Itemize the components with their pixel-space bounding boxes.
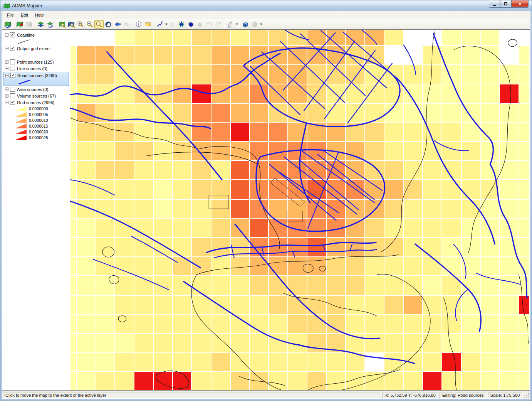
layers-arrow-icon xyxy=(47,21,54,28)
status-scale: Scale: 1:75,500 xyxy=(488,392,522,399)
expand-icon[interactable]: + xyxy=(5,94,8,98)
title-bar[interactable]: ADMS Mapper × xyxy=(0,0,532,11)
snap-points-button[interactable] xyxy=(177,20,186,29)
legend-value: 0.0000025 xyxy=(29,135,48,140)
redraw-map-button[interactable] xyxy=(3,20,12,29)
layer-checkbox[interactable]: ✓ xyxy=(10,46,15,51)
pan-button[interactable] xyxy=(104,20,113,29)
layer-label: Volume sources (67) xyxy=(17,94,56,98)
legend-swatch-icon xyxy=(15,118,27,123)
polyline-icon xyxy=(156,21,163,28)
legend-value: 0.0000010 xyxy=(29,118,48,123)
layer-label: Output grid extent xyxy=(17,46,50,51)
legend-value: 0.0000000 xyxy=(29,106,48,111)
map-x-icon xyxy=(25,21,32,28)
view-globe-button[interactable] xyxy=(250,20,259,29)
collapse-icon[interactable]: − xyxy=(5,47,8,50)
collapse-icon[interactable]: − xyxy=(5,101,8,104)
layer-style-sample xyxy=(3,38,70,45)
status-hint: Click to move the map to the extent of t… xyxy=(3,392,380,399)
collapse-icon[interactable]: − xyxy=(5,33,8,37)
collapse-icon[interactable]: − xyxy=(5,74,9,77)
expand-icon[interactable]: + xyxy=(5,88,8,91)
reload-layers-button[interactable] xyxy=(45,20,55,29)
zoom-box-button[interactable] xyxy=(94,20,104,29)
close-icon: × xyxy=(519,2,522,7)
previous-view-button[interactable] xyxy=(113,20,122,29)
layer-item-volume-sources-67[interactable]: +Volume sources (67) xyxy=(3,93,70,99)
layer-checkbox[interactable] xyxy=(10,93,15,98)
blob-icon xyxy=(187,21,194,28)
toolbar-separator xyxy=(35,20,35,28)
contour-icon xyxy=(227,21,234,28)
layer-checkbox[interactable] xyxy=(10,59,15,64)
layer-item-line-sources-0[interactable]: +Line sources (0) xyxy=(3,65,70,72)
measure-button[interactable]: 1 xyxy=(143,20,153,29)
redo-icon xyxy=(215,21,222,28)
redo-button[interactable] xyxy=(214,20,223,29)
minimize-icon xyxy=(493,5,496,6)
draw-line-button[interactable] xyxy=(155,20,164,29)
toolbar-separator xyxy=(224,20,225,28)
contour-options-button[interactable] xyxy=(226,20,235,29)
menu-item-help[interactable]: Help xyxy=(32,12,47,19)
layer-item-coastline[interactable]: −✓Coastline xyxy=(3,32,70,38)
toolbar-separator xyxy=(56,20,56,28)
arrow-right-icon xyxy=(123,21,130,28)
mag-plus-icon xyxy=(77,21,84,28)
arrow-left-icon xyxy=(114,21,121,28)
info-icon: i xyxy=(135,21,142,28)
expand-icon[interactable]: + xyxy=(5,60,8,64)
layer-item-area-sources-0[interactable]: +Area sources (0) xyxy=(3,86,70,93)
layer-checkbox[interactable]: ✓ xyxy=(10,32,15,37)
next-view-button[interactable] xyxy=(122,20,131,29)
star-icon xyxy=(178,21,185,28)
zoom-in-button[interactable] xyxy=(76,20,85,29)
delete-layer-button[interactable] xyxy=(24,20,34,29)
layer-checkbox[interactable] xyxy=(10,66,15,71)
legend-row: 0.0000020 xyxy=(3,129,70,135)
map-area xyxy=(70,29,530,391)
layer-label: Line sources (0) xyxy=(17,66,47,71)
zoom-out-button[interactable] xyxy=(85,20,94,29)
cube-icon xyxy=(242,21,249,28)
adms-mapper-window: ADMS Mapper × FileEditHelp i1 −✓Coastlin… xyxy=(0,0,532,401)
zoom-to-extents-button[interactable] xyxy=(57,20,67,29)
legend-swatch-icon xyxy=(15,124,27,128)
edit-shape-button[interactable] xyxy=(168,20,177,29)
menu-item-file[interactable]: File xyxy=(3,12,17,19)
layer-style-sample xyxy=(4,79,69,86)
maximize-icon xyxy=(504,2,507,5)
expand-icon[interactable]: + xyxy=(5,67,8,70)
view-3d-button[interactable] xyxy=(241,20,250,29)
identify-button[interactable]: i xyxy=(134,20,143,29)
maximize-button[interactable] xyxy=(500,0,511,8)
legend-swatch-icon xyxy=(15,135,27,140)
blob-gray-icon xyxy=(196,21,203,28)
layer-checkbox[interactable]: ✓ xyxy=(10,73,15,78)
add-layer-button[interactable] xyxy=(15,20,24,29)
layer-checkbox[interactable] xyxy=(10,87,15,92)
contour-options-dropdown-arrow[interactable] xyxy=(236,24,238,25)
legend-row: 0.0000010 xyxy=(3,117,70,123)
hand-icon xyxy=(105,21,112,28)
undo-button[interactable] xyxy=(205,20,214,29)
view-globe-dropdown-arrow[interactable] xyxy=(260,24,262,25)
select-region-button[interactable] xyxy=(186,20,195,29)
layer-checkbox[interactable]: ✓ xyxy=(10,100,15,105)
toolbar: i1 xyxy=(2,19,530,29)
resize-grip[interactable] xyxy=(524,393,529,398)
minimize-button[interactable] xyxy=(489,0,500,8)
layer-item-grid-sources-2995[interactable]: −✓Grid sources (2995) xyxy=(3,99,70,106)
zoom-to-layer-button[interactable] xyxy=(67,20,76,29)
close-button[interactable]: × xyxy=(511,0,529,8)
layer-item-output-grid-extent[interactable]: −✓Output grid extent xyxy=(3,45,70,52)
layer-item-point-sources-125[interactable]: +Point sources (125) xyxy=(3,59,70,65)
menu-item-edit[interactable]: Edit xyxy=(17,12,32,19)
white-line-sample xyxy=(17,52,30,58)
import-layers-button[interactable] xyxy=(36,20,45,29)
clear-selection-button[interactable] xyxy=(195,20,205,29)
map-mag-icon xyxy=(59,21,65,28)
map-canvas[interactable] xyxy=(70,30,530,390)
layer-item-road-sources-3460[interactable]: −✓Road sources (3460) xyxy=(4,72,69,79)
